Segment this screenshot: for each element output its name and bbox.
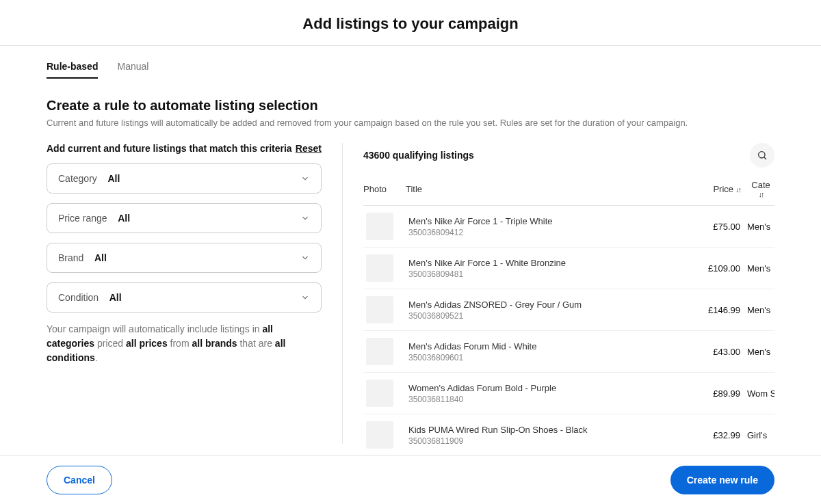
section-description: Current and future listings will automat… [47, 118, 774, 128]
table-row[interactable]: Men's Nike Air Force 1 - White Bronzine … [363, 248, 774, 289]
svg-point-0 [759, 152, 765, 158]
cancel-button[interactable]: Cancel [47, 466, 112, 494]
page-header: Add listings to your campaign [0, 0, 821, 46]
listing-sku: 350036809601 [408, 353, 679, 362]
criteria-label: Add current and future listings that mat… [47, 143, 292, 154]
brand-select[interactable]: Brand All [47, 243, 322, 273]
listing-price: £43.00 [679, 347, 740, 357]
table-row[interactable]: Men's Nike Air Force 1 - Triple White 35… [363, 206, 774, 248]
listing-title-cell: Women's Adidas Forum Bold - Purple 35003… [393, 383, 679, 404]
search-icon [757, 150, 768, 161]
chevron-down-icon [300, 253, 310, 263]
listing-price: £32.99 [679, 430, 740, 440]
listing-title: Men's Nike Air Force 1 - Triple White [408, 216, 679, 226]
search-button[interactable] [750, 143, 774, 168]
results-panel: 43600 qualifying listings Photo Title Pr… [343, 143, 774, 498]
listing-thumbnail [366, 338, 393, 365]
chevron-down-icon [300, 174, 310, 183]
create-rule-button[interactable]: Create new rule [670, 466, 774, 494]
listing-title-cell: Men's Nike Air Force 1 - Triple White 35… [393, 216, 679, 237]
listing-title-cell: Kids PUMA Wired Run Slip-On Shoes - Blac… [393, 425, 679, 446]
listing-sku: 350036811840 [408, 395, 679, 404]
price-select-label: Price range [58, 213, 107, 224]
category-select[interactable]: Category All [47, 163, 322, 194]
listing-category: Men's [740, 222, 774, 232]
listing-thumbnail [366, 213, 393, 240]
tabs: Rule-based Manual [47, 54, 774, 85]
listing-title-cell: Men's Adidas Forum Mid - White 350036809… [393, 341, 679, 362]
listing-title: Men's Adidas Forum Mid - White [408, 341, 679, 352]
listing-sku: 350036809521 [408, 311, 679, 321]
category-select-label: Category [58, 173, 97, 184]
criteria-panel: Add current and future listings that mat… [47, 143, 342, 498]
condition-select-value: All [109, 292, 122, 303]
reset-button[interactable]: Reset [296, 143, 322, 154]
price-select-value: All [118, 213, 130, 224]
rule-summary: Your campaign will automatically include… [47, 322, 322, 365]
listing-sku: 350036809412 [408, 228, 679, 237]
listing-title: Women's Adidas Forum Bold - Purple [408, 383, 679, 393]
listing-category: Men's [740, 305, 774, 315]
listing-title: Men's Adidas ZNSORED - Grey Four / Gum [408, 300, 679, 310]
listing-sku: 350036809481 [408, 269, 679, 279]
sort-icon: ↓↑ [735, 185, 740, 194]
listing-title-cell: Men's Nike Air Force 1 - White Bronzine … [393, 258, 679, 279]
condition-select[interactable]: Condition All [47, 282, 322, 313]
chevron-down-icon [300, 293, 310, 302]
column-price[interactable]: Price↓↑ [679, 184, 740, 194]
category-select-value: All [107, 173, 120, 184]
listing-category: Men's [740, 263, 774, 274]
sort-icon: ↓↑ [759, 190, 764, 198]
brand-select-label: Brand [58, 252, 83, 263]
listing-thumbnail [366, 296, 393, 323]
footer-bar: Cancel Create new rule [0, 455, 821, 504]
price-range-select[interactable]: Price range All [47, 203, 322, 233]
listing-price: £89.99 [679, 388, 740, 399]
listing-category: Wom Shoe [740, 388, 774, 399]
table-row[interactable]: Kids PUMA Wired Run Slip-On Shoes - Blac… [363, 414, 774, 456]
listing-thumbnail [366, 421, 393, 449]
listing-price: £75.00 [679, 222, 740, 232]
listing-category: Girl's [740, 430, 774, 440]
listing-title: Kids PUMA Wired Run Slip-On Shoes - Blac… [408, 425, 679, 435]
chevron-down-icon [300, 213, 310, 223]
tab-rule-based[interactable]: Rule-based [47, 61, 98, 79]
listing-sku: 350036811909 [408, 436, 679, 446]
listing-thumbnail [366, 254, 393, 282]
listing-price: £109.00 [679, 263, 740, 274]
column-title: Title [406, 184, 679, 194]
listing-category: Men's [740, 347, 774, 357]
table-row[interactable]: Women's Adidas Forum Bold - Purple 35003… [363, 373, 774, 414]
page-title: Add listings to your campaign [0, 15, 821, 33]
column-photo: Photo [363, 184, 406, 194]
qualifying-count: 43600 qualifying listings [363, 150, 474, 161]
condition-select-label: Condition [58, 292, 99, 303]
column-category[interactable]: Cate↓↑ [740, 180, 774, 198]
svg-line-1 [764, 157, 766, 159]
listing-title-cell: Men's Adidas ZNSORED - Grey Four / Gum 3… [393, 300, 679, 321]
listing-title: Men's Nike Air Force 1 - White Bronzine [408, 258, 679, 268]
tab-manual[interactable]: Manual [117, 61, 148, 79]
listing-thumbnail [366, 380, 393, 407]
table-row[interactable]: Men's Adidas Forum Mid - White 350036809… [363, 331, 774, 373]
table-header: Photo Title Price↓↑ Cate↓↑ [363, 180, 774, 206]
section-title: Create a rule to automate listing select… [47, 98, 774, 114]
brand-select-value: All [94, 252, 107, 263]
listings-table-body: Men's Nike Air Force 1 - Triple White 35… [363, 206, 774, 498]
table-row[interactable]: Men's Adidas ZNSORED - Grey Four / Gum 3… [363, 289, 774, 331]
listing-price: £146.99 [679, 305, 740, 315]
